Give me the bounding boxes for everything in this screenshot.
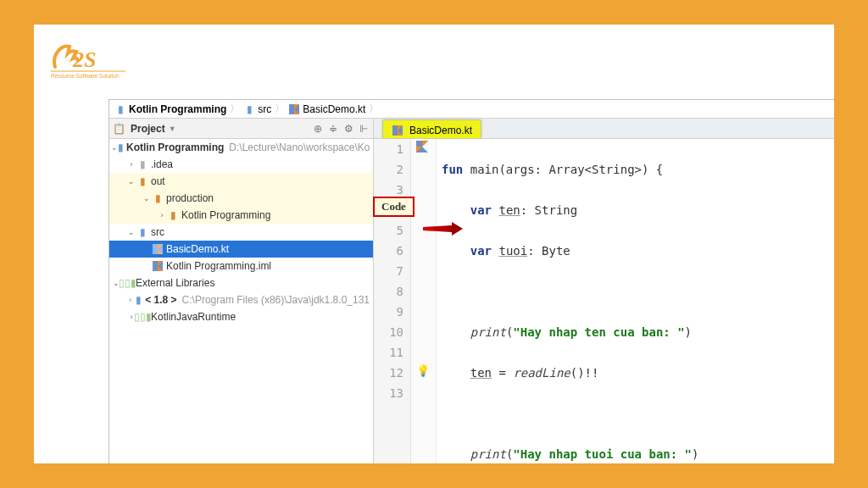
kotlin-file-icon [152,261,164,271]
ide-window: ▮Kotlin Programming 〉 ▮src 〉 BasicDemo.k… [108,99,834,463]
tree-row[interactable]: ⌄▮out [109,173,373,190]
tree-row[interactable]: ›▮Kotlin Programming [109,207,373,224]
folder-icon: ▮ [152,192,164,204]
locate-icon[interactable]: ⊕ [312,123,324,135]
folder-icon: ▮ [136,226,148,238]
brand-tagline: Resource Software Solution [51,73,120,79]
tree-row[interactable]: ⌄▮src [109,224,373,241]
expand-icon[interactable]: ⌄ [142,194,152,202]
breadcrumb-item[interactable]: ▮Kotlin Programming [114,103,226,115]
folder-icon: ▮ [118,141,124,153]
breadcrumb-item[interactable]: ▮src [243,103,271,115]
tree-row[interactable]: ›▮< 1.8 >C:\Program Files (x86)\Java\jdk… [109,291,373,308]
breadcrumb: ▮Kotlin Programming 〉 ▮src 〉 BasicDemo.k… [109,100,834,119]
hide-icon[interactable]: ⊩ [358,123,370,135]
expand-icon[interactable]: ⌄ [111,143,118,152]
editor-tab-label: BasicDemo.kt [409,125,472,136]
annotation-badge: Code [373,197,415,217]
project-icon: 📋 [113,123,125,135]
project-panel-header: 📋 Project ▼ ⊕ ≑ ⚙ ⊩ [109,119,374,138]
annotation-gutter: 💡 [411,139,437,463]
expand-icon[interactable]: ⌄ [126,228,136,236]
code-editor[interactable]: Code 12345678910111213 💡 fun main(args: … [374,139,834,463]
tool-row: 📋 Project ▼ ⊕ ≑ ⚙ ⊩ BasicDemo.kt [109,119,834,139]
tree-row-selected[interactable]: BasicDemo.kt [109,241,373,258]
tree-row[interactable]: Kotlin Programming.iml [109,258,373,274]
library-icon: ▯▯▮ [121,277,133,289]
collapse-icon[interactable]: ≑ [327,123,339,135]
chevron-down-icon[interactable]: ▼ [169,125,176,133]
expand-icon[interactable]: › [157,211,167,219]
folder-icon: ▮ [167,209,179,221]
code-area[interactable]: fun main(args: Array<String>) { var ten:… [437,139,834,463]
expand-icon[interactable]: › [126,160,136,169]
kotlin-file-icon [392,125,403,136]
tree-row[interactable]: ›▮.idea [109,156,373,173]
project-panel-title: Project [131,123,165,135]
chevron-right-icon: 〉 [275,102,285,116]
editor-tab[interactable]: BasicDemo.kt [382,119,481,138]
chevron-right-icon: 〉 [230,102,240,116]
folder-icon: ▮ [136,158,148,170]
folder-icon: ▮ [134,294,142,306]
tree-row[interactable]: ⌄▮production [109,190,373,207]
chevron-right-icon: 〉 [369,102,379,116]
project-panel-toolbar: ⊕ ≑ ⚙ ⊩ [312,123,370,135]
kotlin-file-icon [288,104,300,114]
expand-icon[interactable]: › [126,296,134,304]
gear-icon[interactable]: ⚙ [342,123,354,135]
project-tree[interactable]: ⌄▮Kotlin ProgrammingD:\Lecture\Nano\work… [109,139,374,463]
page-frame: 2S Resource Software Solution ▮Kotlin Pr… [34,25,834,463]
library-icon: ▯▯▮ [136,311,148,323]
arrow-icon [423,220,464,237]
line-gutter: 12345678910111213 [374,139,411,463]
folder-icon: ▮ [136,175,148,187]
editor-tab-bar: BasicDemo.kt [374,119,834,138]
kotlin-file-icon [152,244,164,254]
lightbulb-icon[interactable]: 💡 [416,364,430,377]
kotlin-logo-icon [416,141,428,155]
folder-icon: ▮ [243,103,255,115]
folder-icon: ▮ [114,103,126,115]
brand-logo: 2S Resource Software Solution [51,42,127,81]
svg-text:2S: 2S [72,47,96,72]
tree-row[interactable]: ›▯▯▮KotlinJavaRuntime [109,308,373,325]
tree-row[interactable]: ⌄▮Kotlin ProgrammingD:\Lecture\Nano\work… [109,139,373,156]
expand-icon[interactable]: ⌄ [126,177,136,186]
tree-row[interactable]: ⌄▯▯▮External Libraries [109,274,373,291]
breadcrumb-item[interactable]: BasicDemo.kt [288,103,365,115]
